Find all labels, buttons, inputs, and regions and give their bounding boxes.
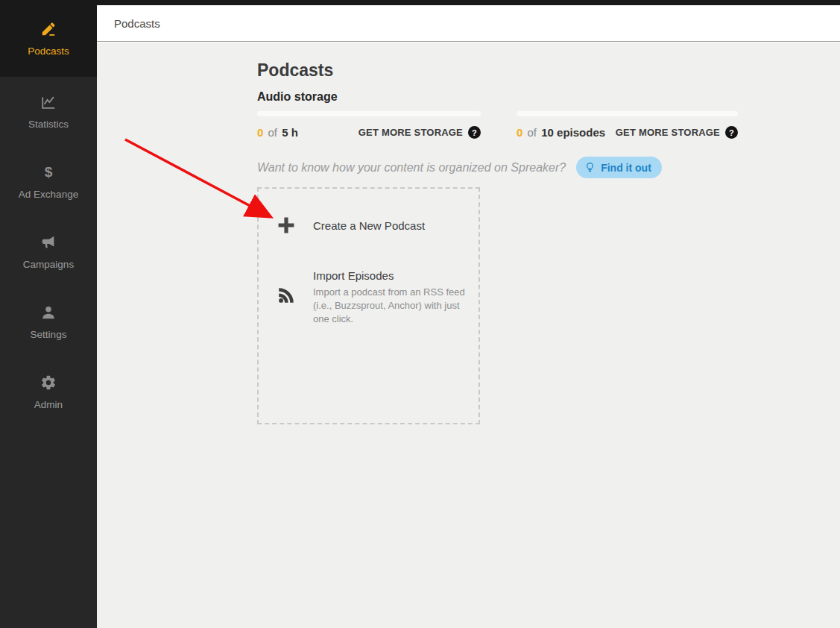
sidebar-item-label: Settings bbox=[31, 329, 67, 340]
pencil-icon bbox=[40, 21, 57, 37]
create-podcast-button[interactable]: Create a New Podcast bbox=[277, 216, 479, 235]
storage-meters: 0 of 5 h GET MORE STORAGE ? 0 of bbox=[257, 111, 840, 139]
plus-icon bbox=[277, 216, 296, 235]
sidebar: Podcasts Statistics $ Ad Exchange Campai… bbox=[0, 0, 97, 628]
help-icon[interactable]: ? bbox=[468, 126, 481, 139]
line-chart-icon bbox=[40, 94, 57, 110]
create-podcast-label: Create a New Podcast bbox=[313, 219, 425, 232]
user-icon bbox=[40, 304, 57, 321]
top-strip bbox=[97, 0, 840, 5]
sidebar-item-label: Statistics bbox=[28, 119, 69, 130]
import-episodes-text: Import Episodes Import a podcast from an… bbox=[313, 269, 466, 326]
dollar-icon: $ bbox=[40, 164, 57, 180]
hours-meter: 0 of 5 h GET MORE STORAGE ? bbox=[257, 111, 481, 139]
hint-question: Want to know how your content is organiz… bbox=[257, 161, 566, 175]
main-content: Podcasts Audio storage 0 of 5 h GET MORE… bbox=[97, 43, 840, 628]
sidebar-item-campaigns[interactable]: Campaigns bbox=[0, 217, 97, 287]
sidebar-item-label: Admin bbox=[34, 399, 63, 410]
megaphone-icon bbox=[40, 234, 57, 251]
import-episodes-label: Import Episodes bbox=[313, 269, 466, 282]
hours-usage-text: 0 of 5 h bbox=[257, 126, 298, 139]
hours-progress-bar bbox=[257, 111, 481, 116]
sidebar-item-label: Campaigns bbox=[23, 259, 74, 270]
gear-icon bbox=[40, 374, 57, 391]
get-more-storage-link[interactable]: GET MORE STORAGE ? bbox=[616, 126, 738, 139]
episodes-meter: 0 of 10 episodes GET MORE STORAGE ? bbox=[517, 111, 738, 139]
page-title: Podcasts bbox=[257, 60, 840, 81]
sidebar-item-statistics[interactable]: Statistics bbox=[0, 77, 97, 147]
import-episodes-button[interactable]: Import Episodes Import a podcast from an… bbox=[277, 269, 479, 326]
rss-icon bbox=[277, 286, 296, 326]
sidebar-item-settings[interactable]: Settings bbox=[0, 287, 97, 357]
breadcrumb: Podcasts bbox=[114, 17, 160, 30]
topbar: Podcasts bbox=[97, 5, 840, 42]
sidebar-item-admin[interactable]: Admin bbox=[0, 357, 97, 427]
episodes-usage-text: 0 of 10 episodes bbox=[517, 126, 605, 139]
app-root: Podcasts Statistics $ Ad Exchange Campai… bbox=[0, 0, 840, 628]
organization-hint: Want to know how your content is organiz… bbox=[257, 157, 840, 178]
find-it-out-label: Find it out bbox=[601, 162, 651, 174]
help-icon[interactable]: ? bbox=[725, 126, 738, 139]
storage-heading: Audio storage bbox=[257, 90, 840, 104]
lightbulb-icon bbox=[584, 161, 596, 174]
get-more-storage-link[interactable]: GET MORE STORAGE ? bbox=[359, 126, 481, 139]
import-episodes-description: Import a podcast from an RSS feed (i.e.,… bbox=[313, 286, 466, 326]
sidebar-item-label: Podcasts bbox=[28, 45, 69, 57]
find-it-out-button[interactable]: Find it out bbox=[576, 157, 662, 178]
sidebar-item-label: Ad Exchange bbox=[19, 189, 78, 200]
podcast-actions-box: Create a New Podcast Import Episodes Imp… bbox=[257, 187, 480, 424]
episodes-progress-bar bbox=[517, 111, 738, 116]
svg-text:$: $ bbox=[45, 164, 53, 180]
sidebar-item-ad-exchange[interactable]: $ Ad Exchange bbox=[0, 147, 97, 217]
sidebar-item-podcasts[interactable]: Podcasts bbox=[0, 0, 97, 77]
